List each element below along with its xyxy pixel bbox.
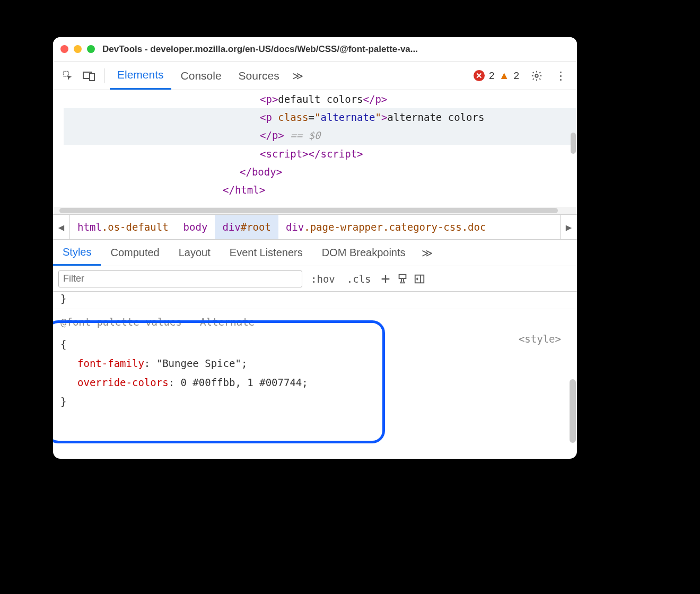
tab-event-listeners[interactable]: Event Listeners <box>220 240 312 266</box>
css-rule[interactable]: @font-palette-values --Alternate { font-… <box>53 309 577 416</box>
device-toggle-icon[interactable] <box>80 71 99 81</box>
more-tabs-icon[interactable]: ≫ <box>289 69 307 82</box>
css-brace: } <box>60 293 66 304</box>
styles-tabs: Styles Computed Layout Event Listeners D… <box>53 240 577 266</box>
warning-count: 2 <box>513 70 519 82</box>
dom-tree[interactable]: <p>default colors</p> <p class="alternat… <box>53 90 577 207</box>
svg-point-3 <box>535 74 538 77</box>
tab-layout[interactable]: Layout <box>169 240 220 266</box>
css-declaration[interactable]: font-family: "Bungee Spice"; <box>60 354 570 373</box>
error-count: 2 <box>489 70 495 82</box>
paint-brush-icon[interactable] <box>397 273 408 285</box>
more-styles-tabs-icon[interactable]: ≫ <box>415 247 439 259</box>
breadcrumb-item[interactable]: html.os-default <box>70 215 176 239</box>
tab-dom-breakpoints[interactable]: DOM Breakpoints <box>312 240 415 266</box>
hov-toggle[interactable]: :hov <box>308 273 338 285</box>
styles-content[interactable]: } @font-palette-values --Alternate { fon… <box>53 292 577 459</box>
breadcrumb-item[interactable]: body <box>176 215 215 239</box>
css-brace: { <box>60 335 570 354</box>
cls-toggle[interactable]: .cls <box>344 273 374 285</box>
tab-computed[interactable]: Computed <box>101 240 169 266</box>
dom-node[interactable]: <p>default colors</p> <box>64 90 577 108</box>
filter-input[interactable] <box>58 270 302 287</box>
breadcrumb-item-active[interactable]: div#root <box>215 215 278 239</box>
new-style-rule-icon[interactable] <box>380 273 391 285</box>
breadcrumb-next-icon[interactable]: ▶ <box>560 215 577 239</box>
styles-toolbar: :hov .cls <box>53 266 577 292</box>
main-toolbar: Elements Console Sources ≫ ✕ 2 ▲ 2 ⋮ <box>53 62 577 90</box>
tab-sources[interactable]: Sources <box>231 62 287 90</box>
scrollbar-horizontal[interactable] <box>53 207 577 214</box>
style-origin[interactable]: <style> <box>519 333 561 345</box>
dom-node-selected[interactable]: <p class="alternate">alternate colors <box>64 108 577 126</box>
close-icon[interactable] <box>60 45 68 53</box>
toolbar-divider <box>104 68 104 83</box>
breadcrumb-item[interactable]: div.page-wrapper.category-css.doc <box>278 215 494 239</box>
titlebar: DevTools - developer.mozilla.org/en-US/d… <box>53 37 577 62</box>
gear-icon[interactable] <box>526 70 548 82</box>
panel-toggle-icon[interactable] <box>414 273 425 285</box>
dom-node[interactable]: <script></script> <box>64 145 577 163</box>
tab-elements[interactable]: Elements <box>110 62 171 90</box>
maximize-icon[interactable] <box>87 45 95 53</box>
warning-icon: ▲ <box>499 69 510 82</box>
scrollbar-vertical[interactable] <box>571 133 576 154</box>
window-title: DevTools - developer.mozilla.org/en-US/d… <box>102 44 418 55</box>
css-declaration[interactable]: override-colors: 0 #00ffbb, 1 #007744; <box>60 373 570 392</box>
minimize-icon[interactable] <box>74 45 82 53</box>
tab-console[interactable]: Console <box>173 62 229 90</box>
breadcrumb: ◀ html.os-default body div#root div.page… <box>53 214 577 240</box>
devtools-window: DevTools - developer.mozilla.org/en-US/d… <box>53 37 577 459</box>
error-warning-badges[interactable]: ✕ 2 ▲ 2 <box>474 69 519 82</box>
dom-node[interactable]: </html> <box>64 181 577 199</box>
tab-styles[interactable]: Styles <box>53 240 101 266</box>
svg-rect-2 <box>90 74 94 81</box>
css-selector[interactable]: @font-palette-values --Alternate <box>60 312 570 331</box>
dom-node-selected-close[interactable]: </p> == $0 <box>64 126 577 144</box>
inspect-element-icon[interactable] <box>58 70 77 82</box>
error-icon: ✕ <box>474 70 485 81</box>
breadcrumb-prev-icon[interactable]: ◀ <box>53 215 70 239</box>
kebab-icon[interactable]: ⋮ <box>550 69 572 82</box>
dom-node[interactable]: </body> <box>64 163 577 181</box>
traffic-lights <box>60 45 95 53</box>
css-brace: } <box>60 392 570 411</box>
scrollbar-vertical[interactable] <box>570 379 576 443</box>
svg-rect-4 <box>399 274 406 278</box>
